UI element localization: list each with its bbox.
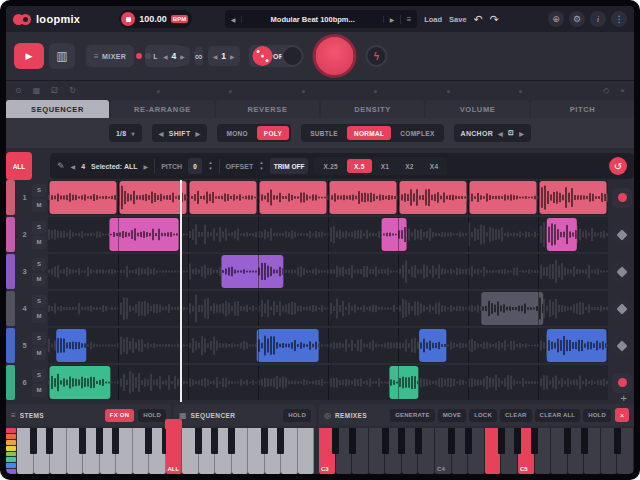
- track-waveform[interactable]: [48, 180, 608, 215]
- gear-icon[interactable]: ⚙: [569, 11, 585, 27]
- offset-stepper[interactable]: ▲▼: [259, 161, 263, 171]
- page-dot[interactable]: [145, 53, 151, 59]
- power-icon[interactable]: ⊙: [15, 87, 22, 95]
- info-icon[interactable]: i: [590, 11, 606, 27]
- mute-button[interactable]: M: [32, 384, 46, 397]
- track-number[interactable]: 1: [17, 180, 32, 215]
- solo-button[interactable]: S: [32, 332, 46, 345]
- retrigger-button[interactable]: ↺: [609, 157, 627, 175]
- undo-button[interactable]: ↶: [474, 14, 483, 25]
- stem-color-chip[interactable]: [6, 452, 16, 457]
- stem-color-chip[interactable]: [6, 457, 16, 462]
- voice-poly[interactable]: POLY: [257, 126, 289, 140]
- load-button[interactable]: Load: [424, 15, 442, 24]
- stem-color-chip[interactable]: [6, 463, 16, 468]
- tab-pitch[interactable]: PITCH: [531, 100, 634, 118]
- pencil-icon[interactable]: ✎: [57, 161, 65, 171]
- page-dot-active[interactable]: [136, 53, 142, 59]
- select-all-button[interactable]: ALL: [6, 152, 32, 180]
- close-icon[interactable]: ×: [620, 87, 625, 95]
- track-waveform[interactable]: [48, 217, 608, 252]
- anchor-left-button[interactable]: ◀: [498, 130, 503, 137]
- black-key[interactable]: [465, 428, 472, 454]
- tab-reverse[interactable]: REVERSE: [216, 100, 319, 118]
- playhead[interactable]: [180, 180, 182, 402]
- track-number[interactable]: 5: [17, 328, 32, 363]
- web-icon[interactable]: ⊕: [548, 11, 564, 27]
- stop-button[interactable]: [121, 12, 135, 26]
- black-key[interactable]: [398, 428, 405, 454]
- bpm-value[interactable]: 100.00: [139, 14, 167, 24]
- sequencer-hold-button[interactable]: HOLD: [283, 409, 311, 422]
- fx-on-button[interactable]: FX ON: [105, 409, 134, 422]
- loops-stepper[interactable]: ◀ 1 ▶: [208, 46, 240, 66]
- speed-x4[interactable]: X4: [423, 159, 446, 173]
- solo-button[interactable]: S: [32, 184, 46, 197]
- record-button[interactable]: [612, 188, 632, 208]
- mute-button[interactable]: M: [32, 273, 46, 286]
- infinity-loop-button[interactable]: ∞: [195, 46, 203, 66]
- redo-button[interactable]: ↷: [490, 14, 499, 25]
- loops-next-icon[interactable]: ▶: [230, 53, 235, 60]
- black-key[interactable]: [448, 428, 455, 454]
- add-slice-button[interactable]: +: [621, 393, 627, 404]
- eraser-button[interactable]: [612, 262, 632, 282]
- eraser-button[interactable]: [612, 336, 632, 356]
- shift-left-button[interactable]: ◀: [159, 130, 164, 137]
- play-button[interactable]: ▶: [14, 43, 44, 69]
- track-number[interactable]: 6: [17, 365, 32, 400]
- anchor-icon[interactable]: ⊡: [508, 129, 514, 137]
- solo-button[interactable]: S: [32, 221, 46, 234]
- rate-dropdown[interactable]: 1/8 ▾: [109, 124, 142, 142]
- track-waveform[interactable]: [48, 365, 608, 400]
- stem-color-chip[interactable]: [6, 469, 16, 474]
- selection-prev-button[interactable]: ◀: [71, 163, 76, 170]
- mute-button[interactable]: M: [32, 347, 46, 360]
- chevron-down-icon[interactable]: ▼: [208, 167, 212, 172]
- track-number[interactable]: 3: [17, 254, 32, 289]
- black-key[interactable]: [581, 428, 588, 454]
- black-key[interactable]: [261, 428, 268, 454]
- mix-knob[interactable]: [282, 45, 304, 67]
- shift-right-button[interactable]: ▶: [196, 130, 201, 137]
- anchor-right-button[interactable]: ▶: [519, 130, 524, 137]
- track-waveform[interactable]: [48, 291, 608, 326]
- bars-stepper[interactable]: ◀ 4 ▶: [158, 46, 190, 66]
- tab-volume[interactable]: VOLUME: [426, 100, 529, 118]
- stem-color-chip[interactable]: [6, 440, 16, 445]
- black-key[interactable]: [96, 428, 103, 454]
- complexity-subtle[interactable]: SUBTLE: [303, 126, 345, 140]
- chevron-up-icon[interactable]: ▲: [208, 161, 212, 166]
- remix-clear[interactable]: CLEAR: [500, 409, 532, 422]
- remix-lock[interactable]: LOCK: [469, 409, 497, 422]
- track-number[interactable]: 2: [17, 217, 32, 252]
- mute-button[interactable]: M: [32, 199, 46, 212]
- remix-hold[interactable]: HOLD: [583, 409, 611, 422]
- mixer-button[interactable]: ≡ MIXER: [86, 45, 134, 67]
- speed-x2[interactable]: X2: [398, 159, 421, 173]
- remix-clear-all[interactable]: CLEAR ALL: [535, 409, 581, 422]
- piano-key[interactable]: [298, 428, 315, 474]
- bars-prev-icon[interactable]: ◀: [163, 53, 168, 60]
- solo-button[interactable]: S: [32, 295, 46, 308]
- stem-color-chip[interactable]: [6, 428, 16, 433]
- remix-clear-icon[interactable]: ×: [615, 408, 629, 422]
- tab-re-arrange[interactable]: RE-ARRANGE: [111, 100, 214, 118]
- tab-density[interactable]: DENSITY: [321, 100, 424, 118]
- tab-sequencer[interactable]: SEQUENCER: [6, 100, 109, 118]
- pitch-stepper[interactable]: ▲▼: [208, 161, 212, 171]
- trim-toggle[interactable]: TRIM OFF: [270, 158, 309, 174]
- grid-icon[interactable]: ▦: [33, 87, 41, 95]
- black-key[interactable]: [564, 428, 571, 454]
- speed-x-25[interactable]: X.25: [316, 159, 345, 173]
- dice-button[interactable]: [253, 46, 273, 66]
- black-key[interactable]: [531, 428, 538, 454]
- black-key[interactable]: [145, 428, 152, 454]
- all-key[interactable]: ALL: [166, 428, 183, 474]
- complexity-normal[interactable]: NORMAL: [347, 126, 391, 140]
- preset-prev-button[interactable]: ◀: [225, 16, 242, 23]
- record-button[interactable]: [612, 373, 632, 393]
- selection-next-button[interactable]: ▶: [144, 163, 149, 170]
- black-key[interactable]: [332, 428, 339, 454]
- black-key[interactable]: [211, 428, 218, 454]
